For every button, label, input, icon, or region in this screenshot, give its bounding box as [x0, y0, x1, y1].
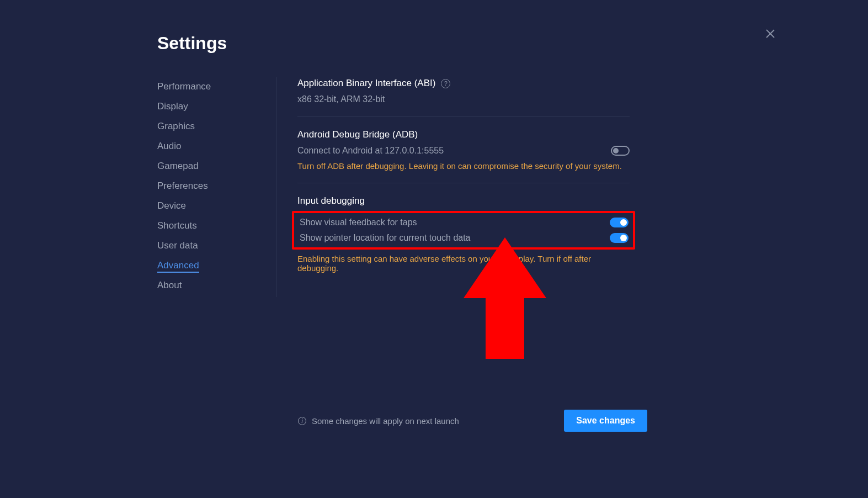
footer-note-text: Some changes will apply on next launch: [312, 416, 459, 426]
sidebar-item-preferences[interactable]: Preferences: [157, 176, 265, 196]
adb-warning: Turn off ADB after debugging. Leaving it…: [297, 161, 630, 171]
close-icon: [765, 29, 775, 39]
sidebar-item-label: Audio: [157, 141, 181, 151]
sidebar-item-user-data[interactable]: User data: [157, 236, 265, 256]
save-button[interactable]: Save changes: [564, 410, 647, 432]
visual-feedback-toggle[interactable]: [610, 218, 629, 227]
sidebar-item-device[interactable]: Device: [157, 196, 265, 216]
main-panel: Application Binary Interface (ABI) ? x86…: [276, 77, 630, 297]
visual-feedback-label: Show visual feedback for taps: [300, 218, 417, 227]
svg-marker-2: [464, 237, 546, 359]
sidebar-item-shortcuts[interactable]: Shortcuts: [157, 216, 265, 236]
close-button[interactable]: [765, 29, 775, 41]
info-icon: i: [298, 417, 306, 425]
sidebar: Performance Display Graphics Audio Gamep…: [157, 77, 276, 297]
abi-section: Application Binary Interface (ABI) ? x86…: [297, 78, 630, 117]
sidebar-item-label: Graphics: [157, 121, 195, 131]
sidebar-item-display[interactable]: Display: [157, 97, 265, 116]
sidebar-item-label: About: [157, 280, 182, 290]
pointer-location-label: Show pointer location for current touch …: [300, 233, 471, 243]
annotation-arrow-icon: [464, 237, 546, 364]
adb-toggle[interactable]: [611, 146, 630, 156]
sidebar-item-performance[interactable]: Performance: [157, 77, 265, 97]
adb-desc: Connect to Android at 127.0.0.1:5555: [297, 146, 444, 156]
abi-value: x86 32-bit, ARM 32-bit: [297, 94, 630, 104]
sidebar-item-label: Device: [157, 200, 186, 211]
sidebar-item-label: Display: [157, 101, 188, 112]
adb-title: Android Debug Bridge (ADB): [297, 129, 630, 140]
sidebar-item-label: Advanced: [157, 260, 199, 273]
sidebar-item-graphics[interactable]: Graphics: [157, 116, 265, 136]
abi-title-row: Application Binary Interface (ABI) ?: [297, 78, 630, 89]
sidebar-item-label: Gamepad: [157, 161, 199, 171]
sidebar-item-label: User data: [157, 240, 198, 251]
sidebar-item-audio[interactable]: Audio: [157, 136, 265, 156]
sidebar-item-advanced[interactable]: Advanced: [157, 256, 265, 276]
sidebar-item-gamepad[interactable]: Gamepad: [157, 156, 265, 176]
help-icon[interactable]: ?: [441, 79, 450, 88]
sidebar-item-about[interactable]: About: [157, 276, 265, 295]
pointer-location-toggle[interactable]: [610, 233, 629, 243]
sidebar-item-label: Preferences: [157, 181, 208, 191]
page-title: Settings: [157, 33, 713, 54]
footer-note: i Some changes will apply on next launch: [298, 416, 459, 426]
adb-section: Android Debug Bridge (ADB) Connect to An…: [297, 129, 630, 183]
sidebar-item-label: Performance: [157, 81, 211, 92]
sidebar-item-label: Shortcuts: [157, 220, 197, 231]
footer: i Some changes will apply on next launch…: [298, 410, 647, 432]
input-debugging-title: Input debugging: [297, 195, 630, 206]
abi-title: Application Binary Interface (ABI): [297, 78, 435, 89]
